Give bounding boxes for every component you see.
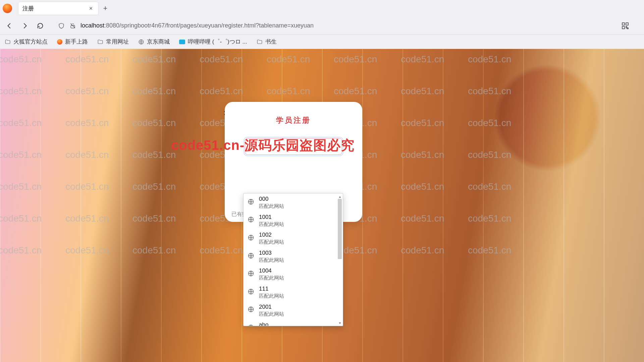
username-input[interactable] bbox=[245, 138, 342, 155]
bookmark-item[interactable]: 书生 bbox=[257, 38, 277, 46]
svg-rect-3 bbox=[626, 23, 628, 25]
firefox-icon bbox=[57, 39, 62, 45]
lock-icon[interactable] bbox=[69, 22, 76, 29]
firefox-logo-icon bbox=[3, 4, 12, 13]
folder-icon bbox=[97, 39, 103, 45]
globe-icon bbox=[248, 252, 254, 260]
autocomplete-value: 1003 bbox=[259, 249, 284, 257]
svg-rect-4 bbox=[622, 26, 625, 29]
autocomplete-value: abo bbox=[259, 321, 284, 326]
tab-title: 注册 bbox=[22, 5, 34, 12]
autocomplete-match-label: 匹配此网站 bbox=[259, 275, 284, 281]
tab-strip: 注册 × + bbox=[0, 0, 644, 17]
autocomplete-match-label: 匹配此网站 bbox=[259, 239, 284, 245]
folder-icon bbox=[257, 39, 263, 45]
scrollbar-thumb[interactable] bbox=[338, 199, 342, 259]
svg-line-1 bbox=[70, 23, 75, 28]
autocomplete-value: 2001 bbox=[259, 303, 284, 311]
globe-icon bbox=[248, 198, 254, 206]
bookmark-label: 哔哩哔哩 (゜-゜)つロ ... bbox=[188, 38, 247, 46]
forward-button[interactable] bbox=[20, 21, 30, 31]
bookmarks-bar: 火狐官方站点新手上路常用网址京东商城哔哩哔哩 (゜-゜)つロ ...书生 bbox=[0, 35, 644, 49]
address-bar[interactable]: localhost:8080/springbootr4n67/front/pag… bbox=[51, 22, 639, 30]
bookmark-label: 火狐官方站点 bbox=[13, 38, 48, 46]
scroll-down-icon[interactable]: ▾ bbox=[337, 320, 342, 325]
globe-icon bbox=[138, 39, 144, 45]
globe-icon bbox=[248, 306, 254, 314]
autocomplete-item[interactable]: 000匹配此网站 bbox=[244, 193, 343, 212]
autocomplete-match-label: 匹配此网站 bbox=[259, 293, 284, 299]
qr-icon[interactable] bbox=[621, 22, 629, 30]
bookmark-label: 书生 bbox=[265, 38, 277, 46]
globe-icon bbox=[248, 324, 254, 326]
scroll-up-icon[interactable]: ▴ bbox=[337, 194, 342, 199]
card-title: 学员注册 bbox=[235, 115, 352, 125]
globe-icon bbox=[248, 288, 254, 296]
bookmark-item[interactable]: 新手上路 bbox=[57, 38, 88, 46]
svg-rect-2 bbox=[622, 23, 625, 25]
autocomplete-item[interactable]: 1001匹配此网站 bbox=[244, 212, 343, 230]
autocomplete-match-label: 匹配此网站 bbox=[259, 221, 284, 228]
globe-icon bbox=[248, 270, 254, 278]
page-viewport: code51.cncode51.cncode51.cncode51.cncode… bbox=[0, 49, 644, 362]
close-icon[interactable]: × bbox=[88, 5, 94, 12]
autocomplete-value: 1001 bbox=[259, 214, 284, 221]
globe-icon bbox=[248, 234, 254, 242]
bookmark-label: 常用网址 bbox=[106, 38, 129, 46]
autocomplete-value: 111 bbox=[259, 285, 284, 293]
globe-icon bbox=[248, 216, 254, 224]
bookmark-label: 京东商城 bbox=[147, 38, 170, 46]
nav-bar: localhost:8080/springbootr4n67/front/pag… bbox=[0, 17, 644, 35]
shield-icon[interactable] bbox=[58, 22, 65, 29]
bookmark-label: 新手上路 bbox=[65, 38, 88, 46]
url-text: localhost:8080/springbootr4n67/front/pag… bbox=[80, 22, 314, 29]
back-button[interactable] bbox=[5, 21, 14, 31]
folder-icon bbox=[5, 39, 11, 45]
autocomplete-match-label: 匹配此网站 bbox=[259, 311, 284, 317]
bookmark-item[interactable]: 哔哩哔哩 (゜-゜)つロ ... bbox=[179, 38, 247, 46]
browser-tab[interactable]: 注册 × bbox=[18, 2, 99, 15]
autocomplete-item[interactable]: 2001匹配此网站 bbox=[244, 301, 343, 319]
bookmark-item[interactable]: 京东商城 bbox=[138, 38, 170, 46]
autocomplete-list: 000匹配此网站1001匹配此网站1002匹配此网站1003匹配此网站1004匹… bbox=[244, 193, 343, 326]
autocomplete-item[interactable]: abo匹配此网站 bbox=[244, 319, 343, 326]
browser-chrome: 注册 × + localhost:8080/springbootr4n67/fr… bbox=[0, 0, 644, 49]
autocomplete-item[interactable]: 1004匹配此网站 bbox=[244, 265, 343, 283]
scrollbar[interactable]: ▴ ▾ bbox=[337, 194, 342, 325]
autocomplete-value: 1004 bbox=[259, 267, 284, 275]
bookmark-item[interactable]: 常用网址 bbox=[97, 38, 129, 46]
autocomplete-item[interactable]: 1003匹配此网站 bbox=[244, 247, 343, 265]
autocomplete-value: 000 bbox=[259, 195, 284, 203]
autocomplete-dropdown: 000匹配此网站1001匹配此网站1002匹配此网站1003匹配此网站1004匹… bbox=[243, 193, 343, 326]
autocomplete-match-label: 匹配此网站 bbox=[259, 203, 284, 209]
bookmark-item[interactable]: 火狐官方站点 bbox=[5, 38, 48, 46]
bilibili-icon bbox=[179, 40, 185, 44]
autocomplete-item[interactable]: 1002匹配此网站 bbox=[244, 229, 343, 247]
autocomplete-value: 1002 bbox=[259, 231, 284, 239]
autocomplete-item[interactable]: 111匹配此网站 bbox=[244, 283, 343, 301]
reload-button[interactable] bbox=[36, 21, 45, 31]
autocomplete-match-label: 匹配此网站 bbox=[259, 257, 284, 263]
new-tab-button[interactable]: + bbox=[101, 4, 109, 12]
